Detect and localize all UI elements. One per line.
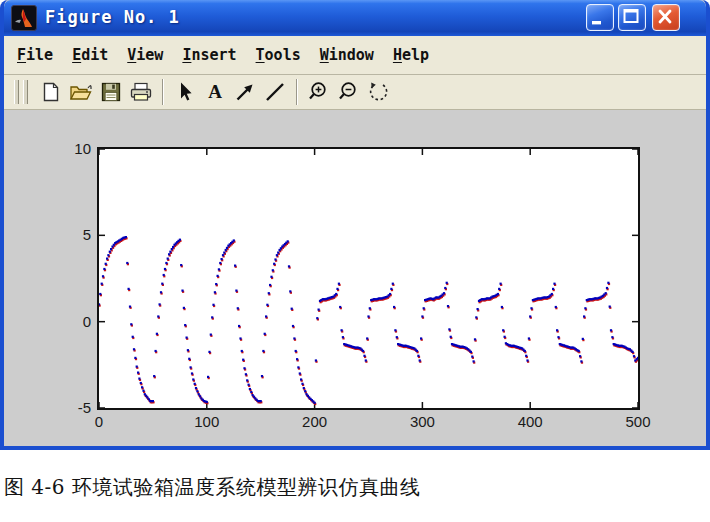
menu-item-tools[interactable]: Tools [251, 43, 306, 67]
toolbar: A [4, 75, 706, 110]
x-tick-label: 500 [625, 413, 650, 430]
northeast-arrow-icon [233, 80, 257, 104]
text-tool-button[interactable]: A [200, 78, 230, 106]
title-bar[interactable]: Figure No. 1 [4, 0, 706, 36]
minimize-button[interactable] [586, 4, 614, 31]
new-figure-button[interactable] [36, 78, 66, 106]
x-tick-label: 0 [95, 413, 103, 430]
menu-item-help[interactable]: Help [388, 43, 434, 67]
pointer-tool-button[interactable] [170, 78, 200, 106]
new-document-icon [39, 80, 63, 104]
diagonal-line-icon [263, 80, 287, 104]
toolbar-separator [296, 79, 298, 105]
figure-caption: 图 4-6 环境试验箱温度系统模型辨识仿真曲线 [4, 474, 420, 501]
menu-item-edit[interactable]: Edit [67, 43, 113, 67]
y-tick-label: 0 [47, 313, 91, 330]
open-folder-icon [68, 80, 94, 104]
y-tick-label: 10 [47, 140, 91, 157]
y-tick-label: -5 [47, 399, 91, 416]
toolbar-separator [162, 79, 164, 105]
measured-output-blue-dots [99, 236, 638, 404]
model-output-red-dots [99, 237, 638, 405]
figure-canvas: 0100200300400500-50510 [4, 110, 706, 446]
y-tick-label: 5 [47, 226, 91, 243]
text-a-icon: A [203, 80, 227, 104]
toolbar-grip[interactable] [14, 80, 19, 104]
menu-bar: FileEditViewInsertToolsWindowHelp [4, 36, 706, 75]
menu-item-file[interactable]: File [12, 43, 58, 67]
rotate-3d-button[interactable] [364, 78, 394, 106]
matlab-icon [11, 5, 37, 31]
plot-axes[interactable] [97, 147, 640, 410]
maximize-button[interactable] [618, 4, 646, 31]
x-tick-label: 100 [194, 413, 219, 430]
minimize-icon [587, 5, 612, 29]
x-tick-label: 200 [302, 413, 327, 430]
zoom-in-button[interactable] [304, 78, 334, 106]
svg-text:A: A [208, 81, 222, 102]
save-floppy-icon [99, 80, 123, 104]
toolbar-grip[interactable] [23, 80, 28, 104]
arrow-annotation-button[interactable] [230, 78, 260, 106]
zoom-out-icon [336, 80, 362, 104]
zoom-out-button[interactable] [334, 78, 364, 106]
open-file-button[interactable] [66, 78, 96, 106]
x-tick-label: 400 [518, 413, 543, 430]
zoom-in-icon [306, 80, 332, 104]
pointer-arrow-icon [173, 80, 197, 104]
close-icon [653, 5, 678, 29]
menu-item-window[interactable]: Window [315, 43, 379, 67]
line-annotation-button[interactable] [260, 78, 290, 106]
menu-item-insert[interactable]: Insert [177, 43, 241, 67]
window-title: Figure No. 1 [45, 7, 180, 27]
save-figure-button[interactable] [96, 78, 126, 106]
x-tick-label: 300 [410, 413, 435, 430]
figure-window: Figure No. 1 FileEditViewInsertToo [0, 0, 710, 450]
print-figure-button[interactable] [126, 78, 156, 106]
maximize-icon [619, 5, 644, 29]
close-button[interactable] [652, 4, 680, 31]
printer-icon [128, 80, 154, 104]
rotate-3d-icon [366, 80, 392, 104]
menu-item-view[interactable]: View [122, 43, 168, 67]
document-page: Figure No. 1 FileEditViewInsertToo [0, 0, 710, 522]
